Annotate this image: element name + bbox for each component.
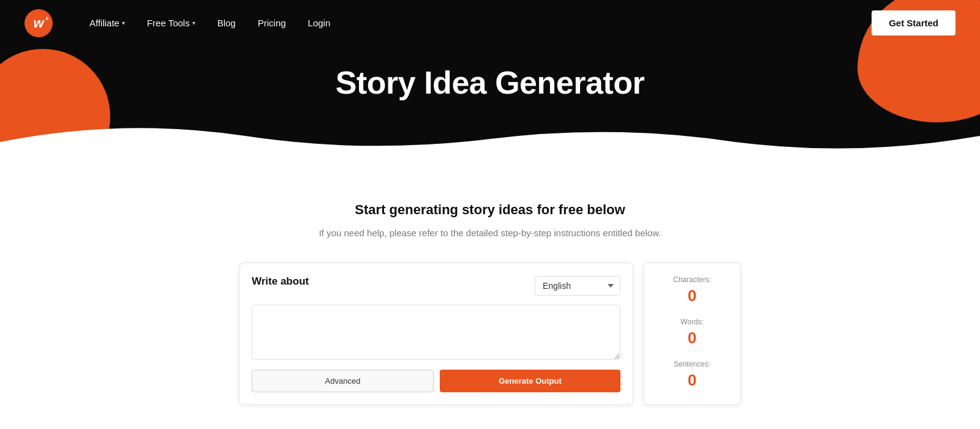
nav-links: Affiliate ▾ Free Tools ▾ Blog Pricing Lo… xyxy=(89,18,872,28)
sentences-value: 0 xyxy=(654,371,731,390)
hero-section: Story Idea Generator xyxy=(0,46,980,101)
get-started-button[interactable]: Get Started xyxy=(872,10,956,35)
chevron-down-icon: ▾ xyxy=(192,20,195,26)
nav-item-login[interactable]: Login xyxy=(308,18,331,28)
main-content: Start generating story ideas for free be… xyxy=(0,165,980,429)
input-panel: Write about English Spanish French Germa… xyxy=(239,263,633,405)
sentences-label: Sentences: xyxy=(654,360,731,368)
action-buttons: Advanced Generate Output xyxy=(252,370,620,392)
advanced-button[interactable]: Advanced xyxy=(252,370,434,392)
hint-text: If you need help, please refer to the de… xyxy=(319,228,662,238)
chevron-down-icon: ▾ xyxy=(122,20,125,26)
words-value: 0 xyxy=(654,329,731,348)
characters-stat: Characters: 0 xyxy=(654,275,731,305)
tool-container: Write about English Spanish French Germa… xyxy=(239,263,741,405)
nav-item-blog[interactable]: Blog xyxy=(217,18,236,28)
page-title: Story Idea Generator xyxy=(0,64,980,101)
stats-panel: Characters: 0 Words: 0 Sentences: 0 xyxy=(643,263,741,405)
sentences-stat: Sentences: 0 xyxy=(654,360,731,390)
characters-value: 0 xyxy=(654,286,731,305)
header: w+ Affiliate ▾ Free Tools ▾ Blog Pricing… xyxy=(0,0,980,165)
nav-item-affiliate[interactable]: Affiliate ▾ xyxy=(89,18,125,28)
nav-item-pricing[interactable]: Pricing xyxy=(258,18,286,28)
logo-text: w+ xyxy=(33,15,43,31)
navbar: w+ Affiliate ▾ Free Tools ▾ Blog Pricing… xyxy=(0,0,980,46)
textarea-wrap xyxy=(252,305,620,362)
story-input[interactable] xyxy=(252,305,620,360)
words-label: Words: xyxy=(654,318,731,326)
logo[interactable]: w+ xyxy=(24,9,53,37)
logo-sup: + xyxy=(45,15,49,22)
main-subtitle: Start generating story ideas for free be… xyxy=(355,202,625,218)
write-about-label: Write about xyxy=(252,275,309,288)
language-select[interactable]: English Spanish French German Italian xyxy=(535,276,620,296)
characters-label: Characters: xyxy=(654,275,731,284)
generate-button[interactable]: Generate Output xyxy=(440,370,620,392)
nav-item-free-tools[interactable]: Free Tools ▾ xyxy=(147,18,195,28)
words-stat: Words: 0 xyxy=(654,318,731,348)
wave-decoration xyxy=(0,118,980,165)
